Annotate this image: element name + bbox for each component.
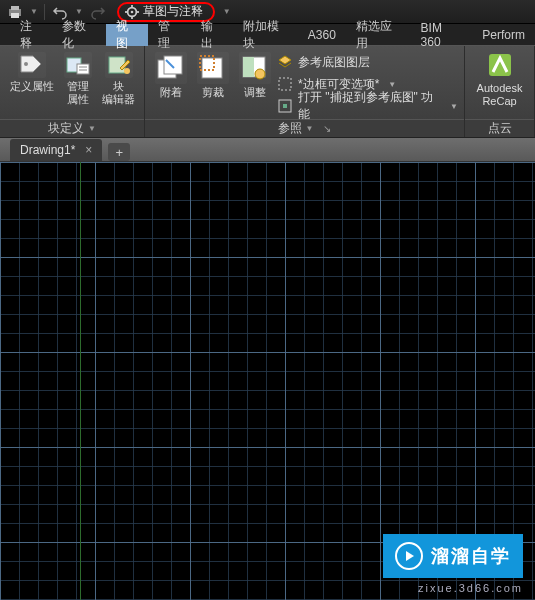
manage-attributes-button[interactable]: 管理 属性 — [60, 50, 96, 108]
close-icon[interactable]: × — [85, 143, 92, 157]
autodesk-recap-button[interactable]: Autodesk ReCap — [471, 50, 528, 108]
block-attr-icon — [64, 52, 92, 78]
svg-rect-11 — [77, 64, 89, 74]
underlay-layers-button[interactable]: 参考底图图层 — [277, 52, 458, 72]
dropdown-icon[interactable]: ▼ — [30, 7, 38, 16]
reference-options: 参考底图图层 *边框可变选项* ▼ 打开 "捕捉到参考底图" 功能 ▼ — [277, 50, 458, 116]
svg-point-15 — [124, 68, 130, 74]
tab-a360[interactable]: A360 — [298, 24, 346, 46]
tab-output[interactable]: 输出 — [191, 24, 233, 46]
button-label: 调整 — [244, 86, 266, 99]
attach-icon — [155, 52, 187, 84]
tab-bim360[interactable]: BIM 360 — [411, 24, 473, 46]
panel-title[interactable]: 参照▼ ↘ — [145, 119, 464, 137]
chevron-down-icon: ▼ — [450, 102, 458, 111]
ribbon: 定义属性 管理 属性 块 编辑器 块定义▼ — [0, 46, 535, 138]
tab-view[interactable]: 视图 — [106, 24, 148, 46]
watermark-brand: 溜溜自学 — [431, 544, 511, 568]
button-label: 块 编辑器 — [102, 80, 135, 106]
row-label: 打开 "捕捉到参考底图" 功能 — [298, 89, 441, 123]
svg-point-22 — [255, 69, 265, 79]
svg-point-4 — [131, 10, 134, 13]
svg-rect-2 — [11, 13, 19, 18]
tab-addins[interactable]: 附加模块 — [233, 24, 298, 46]
panel-pointcloud: Autodesk ReCap 点云 — [465, 46, 535, 137]
adjust-button[interactable]: 调整 — [235, 50, 275, 101]
clip-icon — [197, 52, 229, 84]
attach-button[interactable]: 附着 — [151, 50, 191, 101]
block-editor-icon — [105, 52, 133, 78]
chevron-down-icon: ▼ — [88, 124, 96, 133]
svg-point-9 — [24, 62, 28, 66]
document-tabs: Drawing1* × + — [0, 138, 535, 162]
button-label: Autodesk ReCap — [471, 82, 528, 108]
dropdown-icon[interactable]: ▼ — [223, 7, 231, 16]
chevron-down-icon: ▼ — [388, 80, 396, 89]
svg-rect-23 — [279, 78, 291, 90]
separator — [44, 4, 45, 20]
svg-rect-17 — [164, 56, 182, 74]
layers-icon — [277, 54, 293, 70]
drawing-canvas[interactable]: 溜溜自学 zixue.3d66.com — [0, 162, 535, 600]
row-label: 参考底图图层 — [298, 54, 370, 71]
snap-icon — [277, 98, 293, 114]
snap-underlay-button[interactable]: 打开 "捕捉到参考底图" 功能 ▼ — [277, 96, 458, 116]
panel-title[interactable]: 块定义▼ — [0, 119, 144, 137]
tab-performance[interactable]: Perform — [472, 24, 535, 46]
dialog-launcher-icon[interactable]: ↘ — [323, 123, 331, 134]
panel-block-definition: 定义属性 管理 属性 块 编辑器 块定义▼ — [0, 46, 145, 137]
adjust-icon — [239, 52, 271, 84]
button-label: 剪裁 — [202, 86, 224, 99]
svg-rect-18 — [202, 58, 222, 78]
block-editor-button[interactable]: 块 编辑器 — [98, 50, 139, 108]
tab-annotate[interactable]: 注释 — [10, 24, 52, 46]
watermark-logo: 溜溜自学 — [383, 534, 523, 578]
recap-icon — [485, 50, 515, 80]
svg-rect-25 — [283, 104, 287, 108]
document-name: Drawing1* — [20, 143, 75, 157]
tab-featured[interactable]: 精选应用 — [346, 24, 411, 46]
panel-title[interactable]: 点云 — [465, 119, 534, 137]
define-attributes-button[interactable]: 定义属性 — [6, 50, 58, 95]
chevron-down-icon: ▼ — [306, 124, 314, 133]
play-icon — [395, 542, 423, 570]
svg-rect-1 — [11, 6, 19, 10]
ribbon-tabs: 注释 参数化 视图 管理 输出 附加模块 A360 精选应用 BIM 360 P… — [0, 24, 535, 46]
tab-manage[interactable]: 管理 — [148, 24, 190, 46]
button-label: 附着 — [160, 86, 182, 99]
y-axis — [80, 162, 81, 600]
gear-icon — [125, 5, 139, 19]
button-label: 定义属性 — [10, 80, 54, 93]
tag-icon — [18, 52, 46, 78]
dropdown-icon[interactable]: ▼ — [75, 7, 83, 16]
frame-icon — [277, 76, 293, 92]
svg-rect-21 — [243, 57, 254, 77]
document-tab[interactable]: Drawing1* × — [10, 139, 102, 161]
panel-reference: 附着 剪裁 调整 参考底图图层 — [145, 46, 465, 137]
clip-button[interactable]: 剪裁 — [193, 50, 233, 101]
button-label: 管理 属性 — [67, 80, 89, 106]
watermark-url: zixue.3d66.com — [418, 582, 523, 594]
tab-parametric[interactable]: 参数化 — [52, 24, 106, 46]
new-tab-button[interactable]: + — [108, 143, 130, 161]
